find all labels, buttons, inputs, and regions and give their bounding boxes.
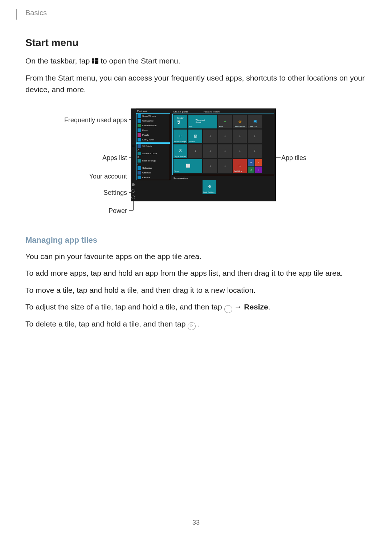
svg-rect-0 [92,58,94,61]
callout-settings: Settings [73,189,127,197]
tile-dl: ↓ [233,130,247,143]
tile-office: □Get Office [233,159,247,173]
callout-power: Power [73,207,127,215]
managing-paragraph-3: To move a tile, tap and hold a tile, and… [25,284,367,296]
section-title: Start menu [25,37,367,49]
list-item: Alarms & Clock [142,152,157,155]
callout-apps-list: Apps list [73,154,127,162]
list-item: Get Started [142,120,154,122]
start-menu-figure: Frequently used apps Apps list Your acco… [76,108,316,217]
text: . [198,320,200,328]
tile-xbox: ▲Xbox [218,115,232,128]
windows-start-icon [92,56,98,62]
callout-your-account: Your account [58,173,127,180]
intro-paragraph-2: From the Start menu, you can access your… [25,72,367,96]
tile-dl: ↓ [248,144,262,158]
text: → [234,303,244,311]
tile-section-label: Play and explore [204,111,220,113]
tile-films: ▣Films & TV [248,115,262,128]
text: On the taskbar, tap [25,57,92,65]
power-icon [131,196,135,199]
tile-groove: ◎Groove Music [233,115,247,128]
most-used-group: Show Window Get Started Feedback Hub Map… [136,114,170,142]
tile-dl: ↓ [203,130,217,143]
managing-paragraph-5: To delete a tile, tap and hold a tile, a… [25,318,367,330]
breadcrumb: Basics [25,9,367,17]
more-options-icon: ⋯ [224,305,232,313]
tile-calendar: Sunday5 [173,115,187,128]
tile-dl: ↓ [203,159,217,173]
resize-label: Resize [244,303,268,311]
hamburger-icon [132,144,135,146]
account-icon [132,183,135,186]
alpha-header: C [137,163,170,165]
tile-dl: ↓ [233,144,247,158]
tile-photos: ▧Photos [188,130,202,143]
most-used-header: Most used [136,108,171,113]
page-number: 33 [25,519,367,526]
unpin-icon [188,322,196,330]
tile-dl: ↓ [218,144,232,158]
list-item: Maps [142,129,148,131]
list-item: Book Settings [142,160,156,162]
list-item: Calculator [142,167,152,169]
tile-edge: eMicrosoft Edge [173,130,187,143]
intro-paragraph-1: On the taskbar, tap to open the Start me… [25,55,367,67]
tile-section-label: Samsung Apps [173,177,188,179]
svg-rect-2 [92,61,94,63]
list-item: Sticky Notes [142,139,154,141]
managing-paragraph-2: To add more apps, tap and hold an app fr… [25,267,367,279]
text: . [268,303,270,311]
list-item: Calendar [142,172,151,174]
svg-rect-3 [95,61,98,64]
tile-skype: SSkype Preview [173,144,187,158]
callout-label: Frequently used apps [64,116,127,124]
tile-book-settings: ⚙Book Settings [203,180,216,194]
list-item: Show Window [142,115,156,117]
managing-paragraph-4: To adjust the size of a tile, tap and ho… [25,301,367,313]
callout-app-tiles: App tiles [281,154,306,162]
settings-icon [131,189,135,193]
tile-dl: ↓ [188,144,202,158]
tile-dl: ↓ [218,159,232,173]
tile-dl: ↓ [218,130,232,143]
start-menu-screenshot: Most used Show Window Get Started Feedba… [131,108,276,201]
tile-office-apps: W P X N [248,159,262,173]
list-item: Camera [142,176,150,178]
alpha-header: A [137,149,170,151]
list-item: Feedback Hub [142,124,156,127]
tile-dl: ↓ [248,130,262,143]
svg-rect-1 [95,58,98,61]
alpha-header: B [137,156,170,158]
list-item: 3D Builder [142,145,152,147]
text: to open the Start menu. [101,57,180,65]
tile-store: ⬜Store [173,159,202,173]
callout-frequently-used: Frequently used apps [54,116,127,124]
managing-paragraph-1: You can pin your favourite apps on the a… [25,251,367,263]
tile-mail: We speak GmailMail [188,115,217,128]
apps-list-group: 3D Builder A Alarms & Clock B Book Setti… [136,144,170,180]
tile-dl: ↓ [203,144,217,158]
subsection-title: Managing app tiles [25,235,367,245]
text: To adjust the size of a tile, tap and ho… [25,303,224,311]
tile-section-label: Life at a glance [173,111,188,113]
list-item: People [142,134,149,136]
text: To delete a tile, tap and hold a tile, a… [25,320,188,328]
app-tiles-group: Sunday5 We speak GmailMail ▲Xbox ◎Groove… [173,114,274,175]
